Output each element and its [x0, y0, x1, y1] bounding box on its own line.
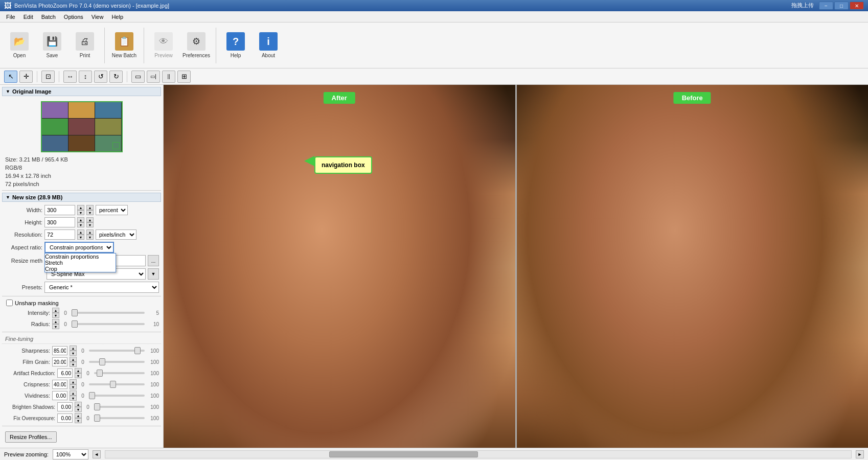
radius-spin-down[interactable]: ▼: [52, 324, 59, 329]
intensity-spin-up[interactable]: ▲: [52, 308, 59, 313]
intensity-thumb[interactable]: [72, 309, 78, 316]
zoom-select[interactable]: 25% 50% 75% 100% 150% 200%: [53, 449, 88, 459]
resolution-spin-up[interactable]: ▲: [77, 229, 84, 235]
height-input[interactable]: [44, 217, 75, 227]
save-button[interactable]: 💾 Save: [37, 25, 67, 66]
view-4-button[interactable]: ⊞: [177, 71, 191, 83]
menu-file[interactable]: File: [2, 13, 19, 21]
resolution-spin-down[interactable]: ▼: [77, 235, 84, 240]
sharpness-input[interactable]: [52, 346, 67, 355]
sharpness-spin-down[interactable]: ▼: [70, 351, 77, 356]
film-grain-spin-down[interactable]: ▼: [70, 362, 77, 367]
crispness-spin-up[interactable]: ▲: [70, 379, 77, 384]
height-lock-up[interactable]: ▲: [86, 217, 94, 222]
film-grain-slider[interactable]: [89, 361, 145, 363]
horizontal-scrollbar[interactable]: [105, 450, 852, 458]
view-split2-button[interactable]: ||: [162, 71, 175, 83]
width-spin-down[interactable]: ▼: [77, 210, 84, 215]
radius-spin-up[interactable]: ▲: [52, 319, 59, 324]
brighten-shadows-input[interactable]: [57, 402, 73, 411]
minimize-button[interactable]: −: [819, 2, 833, 10]
maximize-button[interactable]: □: [834, 2, 849, 10]
height-spin-down[interactable]: ▼: [77, 222, 84, 227]
intensity-slider[interactable]: [72, 312, 145, 314]
aspect-option-stretch[interactable]: Stretch: [45, 260, 116, 266]
resolution-lock-down[interactable]: ▼: [86, 235, 94, 240]
original-image-header[interactable]: ▼ Original Image: [2, 87, 161, 96]
rotate-ccw-button[interactable]: ↺: [94, 71, 107, 83]
new-size-header[interactable]: ▼ New size (28.9 MB): [2, 193, 161, 202]
rotate-cw-button[interactable]: ↻: [109, 71, 123, 83]
width-lock-down[interactable]: ▼: [86, 210, 94, 215]
radius-slider[interactable]: [72, 323, 145, 325]
menu-view[interactable]: View: [87, 13, 108, 21]
scroll-left-arrow[interactable]: ◄: [93, 450, 101, 458]
resolution-lock-up[interactable]: ▲: [86, 229, 94, 235]
method-dropdown-arrow[interactable]: ▼: [148, 268, 159, 280]
menu-edit[interactable]: Edit: [19, 13, 37, 21]
width-input[interactable]: [44, 205, 75, 215]
artifact-spin-up[interactable]: ▲: [75, 368, 82, 373]
unsharp-checkbox[interactable]: [6, 300, 13, 306]
print-button[interactable]: 🖨 Print: [70, 25, 100, 66]
open-button[interactable]: 📂 Open: [4, 25, 35, 66]
scrollbar-thumb[interactable]: [329, 451, 478, 457]
crispness-thumb[interactable]: [110, 381, 116, 388]
height-lock-down[interactable]: ▼: [86, 222, 94, 227]
crispness-slider[interactable]: [89, 383, 145, 385]
preferences-button[interactable]: ⚙ Preferences: [181, 25, 212, 66]
crop-tool[interactable]: ⊡: [41, 71, 55, 83]
width-lock-up[interactable]: ▲: [86, 205, 94, 210]
fix-overexposure-spin-up[interactable]: ▲: [75, 413, 82, 418]
film-grain-input[interactable]: [52, 357, 67, 366]
aspect-option-constrain[interactable]: Constrain proportions: [45, 254, 116, 260]
view-split1-button[interactable]: ▭|: [147, 71, 160, 83]
film-grain-spin-up[interactable]: ▲: [70, 357, 77, 362]
crispness-input[interactable]: [52, 380, 67, 389]
menu-help[interactable]: Help: [107, 13, 127, 21]
brighten-thumb[interactable]: [94, 403, 100, 410]
crispness-spin-down[interactable]: ▼: [70, 384, 77, 389]
width-spin-up[interactable]: ▲: [77, 205, 84, 210]
intensity-spin-down[interactable]: ▼: [52, 313, 59, 318]
menu-batch[interactable]: Batch: [37, 13, 60, 21]
resolution-input[interactable]: [44, 229, 75, 240]
fix-overexposure-slider[interactable]: [94, 417, 145, 419]
aspect-ratio-select[interactable]: Constrain proportions Stretch Crop: [44, 242, 114, 253]
help-button[interactable]: ? Help: [220, 25, 251, 66]
thumbnail-preview[interactable]: [41, 101, 123, 152]
fix-overexposure-thumb[interactable]: [94, 415, 100, 422]
fix-overexposure-input[interactable]: [57, 413, 73, 423]
artifact-spin-down[interactable]: ▼: [75, 373, 82, 378]
resolution-unit-select[interactable]: pixels/inch pixels/cm: [96, 229, 136, 240]
close-button[interactable]: ✕: [850, 2, 864, 10]
fix-overexposure-spin-down[interactable]: ▼: [75, 418, 82, 423]
brighten-spin-up[interactable]: ▲: [75, 402, 82, 407]
sharpness-thumb[interactable]: [134, 347, 141, 354]
vividness-thumb[interactable]: [89, 392, 95, 399]
flip-v-button[interactable]: ↕: [79, 71, 92, 83]
presets-select[interactable]: Generic * Portrait Landscape Web: [44, 282, 159, 293]
vividness-spin-down[interactable]: ▼: [70, 396, 77, 401]
vividness-spin-up[interactable]: ▲: [70, 390, 77, 396]
artifact-thumb[interactable]: [97, 370, 103, 377]
radius-thumb[interactable]: [72, 320, 78, 328]
resize-method-ellipsis[interactable]: ...: [148, 255, 159, 266]
height-spin-up[interactable]: ▲: [77, 217, 84, 222]
vividness-slider[interactable]: [89, 395, 145, 397]
artifact-reduction-input[interactable]: [57, 369, 73, 378]
menu-options[interactable]: Options: [60, 13, 87, 21]
vividness-input[interactable]: [52, 391, 67, 400]
resize-profiles-button[interactable]: Resize Profiles...: [5, 431, 57, 443]
new-batch-button[interactable]: 📋 New Batch: [109, 25, 140, 66]
sharpness-spin-up[interactable]: ▲: [70, 346, 77, 351]
film-grain-thumb[interactable]: [99, 358, 105, 365]
width-unit-select[interactable]: percent pixels inches cm mm: [96, 205, 128, 215]
view-full-button[interactable]: ▭: [131, 71, 145, 83]
brighten-spin-down[interactable]: ▼: [75, 407, 82, 412]
pointer-tool[interactable]: ↖: [4, 71, 17, 83]
crosshair-tool[interactable]: ✛: [19, 71, 33, 83]
sharpness-slider[interactable]: [89, 350, 145, 352]
about-button[interactable]: i About: [253, 25, 284, 66]
brighten-slider[interactable]: [94, 406, 145, 408]
